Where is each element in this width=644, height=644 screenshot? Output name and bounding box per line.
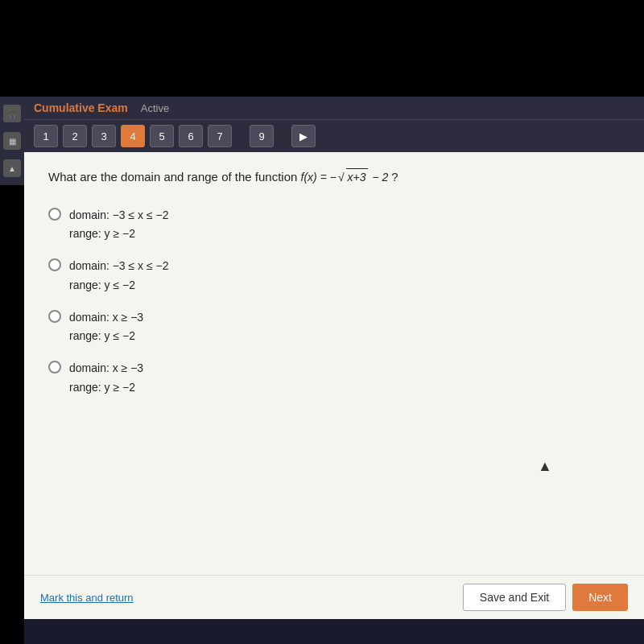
nav-btn-7[interactable]: 7 (208, 125, 232, 147)
answer-options: domain: −3 ≤ x ≤ −2 range: y ≥ −2 domain… (48, 206, 620, 398)
option-1-text: domain: −3 ≤ x ≤ −2 range: y ≥ −2 (69, 206, 169, 245)
option-1[interactable]: domain: −3 ≤ x ≤ −2 range: y ≥ −2 (48, 206, 620, 245)
option-2-domain: domain: −3 ≤ x ≤ −2 (69, 257, 169, 276)
option-4[interactable]: domain: x ≥ −3 range: y ≥ −2 (48, 359, 620, 398)
option-2[interactable]: domain: −3 ≤ x ≤ −2 range: y ≤ −2 (48, 257, 620, 295)
option-3[interactable]: domain: x ≥ −3 range: y ≤ −2 (48, 308, 620, 347)
exam-status: Active (141, 102, 169, 114)
option-3-domain: domain: x ≥ −3 (69, 308, 143, 328)
nav-next-arrow[interactable]: ▶ (291, 125, 316, 147)
headphones-icon[interactable]: 🎧 (3, 105, 21, 122)
content-area: What are the domain and range of the fun… (24, 152, 644, 619)
question-text: What are the domain and range of the fun… (48, 168, 620, 187)
top-bar: Cumulative Exam Active (24, 97, 644, 119)
action-buttons: Save and Exit Next (463, 584, 628, 611)
option-1-range: range: y ≥ −2 (69, 225, 169, 244)
option-2-range: range: y ≤ −2 (69, 276, 169, 295)
radio-1[interactable] (48, 208, 61, 221)
question-prefix: What are the domain and range of the fun… (48, 170, 301, 184)
radio-3[interactable] (48, 310, 61, 323)
next-button[interactable]: Next (572, 584, 628, 611)
function-label: f(x) = −√x+3 − 2 (301, 171, 392, 184)
sqrt-symbol: √x+3 (336, 168, 369, 186)
upload-icon[interactable]: ▲ (3, 159, 21, 177)
bottom-bar: Mark this and return Save and Exit Next (24, 575, 644, 619)
function-notation: f(x) = −√x+3 − 2 (301, 170, 392, 184)
nav-btn-2[interactable]: 2 (63, 125, 87, 147)
nav-btn-6[interactable]: 6 (179, 125, 203, 147)
option-3-range: range: y ≤ −2 (69, 327, 143, 346)
question-suffix: ? (391, 170, 398, 184)
option-4-domain: domain: x ≥ −3 (69, 359, 143, 378)
save-exit-button[interactable]: Save and Exit (463, 584, 566, 611)
mark-return-link[interactable]: Mark this and return (40, 592, 134, 604)
exam-title: Cumulative Exam (34, 101, 128, 114)
radio-4[interactable] (48, 361, 61, 374)
nav-btn-9[interactable]: 9 (250, 125, 274, 147)
sqrt-content: x+3 (346, 168, 368, 186)
option-2-text: domain: −3 ≤ x ≤ −2 range: y ≤ −2 (69, 257, 169, 295)
radio-2[interactable] (48, 258, 61, 271)
left-sidebar: 🎧 ▦ ▲ (0, 97, 24, 185)
nav-btn-1[interactable]: 1 (34, 125, 58, 147)
screen: Cumulative Exam Active 1 2 3 4 5 6 7 9 ▶… (24, 97, 644, 644)
question-nav: 1 2 3 4 5 6 7 9 ▶ (24, 119, 644, 152)
option-3-text: domain: x ≥ −3 range: y ≤ −2 (69, 308, 143, 347)
option-1-domain: domain: −3 ≤ x ≤ −2 (69, 206, 169, 225)
option-4-text: domain: x ≥ −3 range: y ≥ −2 (69, 359, 143, 398)
calculator-icon[interactable]: ▦ (3, 132, 21, 150)
cursor-indicator: ▲ (538, 458, 547, 473)
nav-btn-5[interactable]: 5 (150, 125, 174, 147)
nav-btn-4[interactable]: 4 (121, 125, 145, 147)
option-4-range: range: y ≥ −2 (69, 378, 143, 398)
nav-btn-3[interactable]: 3 (92, 125, 116, 147)
